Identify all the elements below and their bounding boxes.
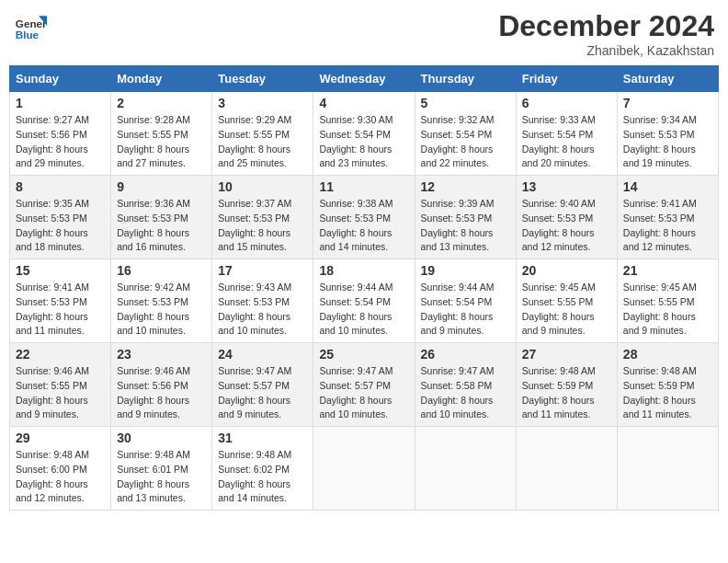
calendar-cell: 6Sunrise: 9:33 AMSunset: 5:54 PMDaylight… [516,92,617,176]
day-info: Sunrise: 9:42 AMSunset: 5:53 PMDaylight:… [117,281,206,339]
day-number: 23 [117,347,206,362]
day-number: 10 [218,179,307,194]
day-info: Sunrise: 9:48 AMSunset: 6:00 PMDaylight:… [16,448,105,506]
svg-text:Blue: Blue [16,29,40,40]
day-info: Sunrise: 9:48 AMSunset: 5:59 PMDaylight:… [623,364,712,422]
logo: General Blue [14,9,47,42]
day-number: 3 [218,96,307,110]
weekday-header: Tuesday [212,66,313,92]
location: Zhanibek, Kazakhstan [498,43,714,58]
day-info: Sunrise: 9:30 AMSunset: 5:54 PMDaylight:… [319,113,408,171]
day-info: Sunrise: 9:48 AMSunset: 6:01 PMDaylight:… [117,448,206,506]
day-number: 30 [117,431,206,445]
calendar-week: 15Sunrise: 9:41 AMSunset: 5:53 PMDayligh… [10,259,719,343]
weekday-header: Monday [111,66,212,92]
weekday-header: Saturday [617,66,718,92]
day-info: Sunrise: 9:45 AMSunset: 5:55 PMDaylight:… [522,281,611,339]
day-number: 16 [117,263,206,278]
day-info: Sunrise: 9:46 AMSunset: 5:56 PMDaylight:… [117,364,206,422]
day-number: 11 [319,179,408,194]
calendar-cell [313,427,415,511]
day-number: 15 [16,263,105,278]
calendar-week: 29Sunrise: 9:48 AMSunset: 6:00 PMDayligh… [10,427,719,511]
day-number: 29 [16,431,105,445]
day-info: Sunrise: 9:38 AMSunset: 5:53 PMDaylight:… [319,197,408,255]
day-info: Sunrise: 9:47 AMSunset: 5:57 PMDaylight:… [218,364,307,422]
day-info: Sunrise: 9:48 AMSunset: 6:02 PMDaylight:… [218,448,307,506]
day-info: Sunrise: 9:46 AMSunset: 5:55 PMDaylight:… [16,364,105,422]
weekday-header: Thursday [415,66,516,92]
day-info: Sunrise: 9:29 AMSunset: 5:55 PMDaylight:… [218,113,307,171]
calendar-cell: 26Sunrise: 9:47 AMSunset: 5:58 PMDayligh… [415,343,516,427]
calendar-cell: 8Sunrise: 9:35 AMSunset: 5:53 PMDaylight… [10,176,111,259]
calendar-cell: 1Sunrise: 9:27 AMSunset: 5:56 PMDaylight… [10,92,111,176]
day-info: Sunrise: 9:44 AMSunset: 5:54 PMDaylight:… [421,281,510,339]
calendar-cell: 23Sunrise: 9:46 AMSunset: 5:56 PMDayligh… [111,343,212,427]
calendar-cell: 18Sunrise: 9:44 AMSunset: 5:54 PMDayligh… [313,259,415,343]
weekday-header: Friday [516,66,617,92]
day-info: Sunrise: 9:32 AMSunset: 5:54 PMDaylight:… [421,113,510,171]
calendar-cell: 5Sunrise: 9:32 AMSunset: 5:54 PMDaylight… [415,92,516,176]
day-number: 6 [522,96,611,110]
day-number: 18 [319,263,408,278]
day-info: Sunrise: 9:36 AMSunset: 5:53 PMDaylight:… [117,197,206,255]
day-number: 17 [218,263,307,278]
calendar-cell: 29Sunrise: 9:48 AMSunset: 6:00 PMDayligh… [10,427,111,511]
calendar-table: SundayMondayTuesdayWednesdayThursdayFrid… [9,65,719,511]
calendar-week: 22Sunrise: 9:46 AMSunset: 5:55 PMDayligh… [10,343,719,427]
header-row: SundayMondayTuesdayWednesdayThursdayFrid… [10,66,719,92]
day-info: Sunrise: 9:37 AMSunset: 5:53 PMDaylight:… [218,197,307,255]
weekday-header: Wednesday [313,66,415,92]
calendar-cell: 7Sunrise: 9:34 AMSunset: 5:53 PMDaylight… [617,92,718,176]
calendar-cell: 13Sunrise: 9:40 AMSunset: 5:53 PMDayligh… [516,176,617,259]
month-title: December 2024 [498,9,714,43]
day-number: 9 [117,179,206,194]
calendar-cell [415,427,516,511]
calendar-cell: 17Sunrise: 9:43 AMSunset: 5:53 PMDayligh… [212,259,313,343]
page-header: General Blue December 2024 Zhanibek, Kaz… [9,9,719,58]
day-info: Sunrise: 9:47 AMSunset: 5:57 PMDaylight:… [319,364,408,422]
calendar-cell: 2Sunrise: 9:28 AMSunset: 5:55 PMDaylight… [111,92,212,176]
day-number: 26 [421,347,510,362]
calendar-cell: 19Sunrise: 9:44 AMSunset: 5:54 PMDayligh… [415,259,516,343]
calendar-cell: 28Sunrise: 9:48 AMSunset: 5:59 PMDayligh… [617,343,718,427]
day-number: 13 [522,179,611,194]
calendar-cell: 4Sunrise: 9:30 AMSunset: 5:54 PMDaylight… [313,92,415,176]
day-info: Sunrise: 9:28 AMSunset: 5:55 PMDaylight:… [117,113,206,171]
day-info: Sunrise: 9:43 AMSunset: 5:53 PMDaylight:… [218,281,307,339]
day-number: 20 [522,263,611,278]
calendar-cell: 31Sunrise: 9:48 AMSunset: 6:02 PMDayligh… [212,427,313,511]
calendar-cell: 16Sunrise: 9:42 AMSunset: 5:53 PMDayligh… [111,259,212,343]
day-info: Sunrise: 9:35 AMSunset: 5:53 PMDaylight:… [16,197,105,255]
day-number: 4 [319,96,408,110]
calendar-cell: 22Sunrise: 9:46 AMSunset: 5:55 PMDayligh… [10,343,111,427]
calendar-cell: 24Sunrise: 9:47 AMSunset: 5:57 PMDayligh… [212,343,313,427]
title-block: December 2024 Zhanibek, Kazakhstan [498,9,714,58]
day-number: 2 [117,96,206,110]
day-info: Sunrise: 9:40 AMSunset: 5:53 PMDaylight:… [522,197,611,255]
calendar-cell: 27Sunrise: 9:48 AMSunset: 5:59 PMDayligh… [516,343,617,427]
day-info: Sunrise: 9:41 AMSunset: 5:53 PMDaylight:… [623,197,712,255]
day-number: 27 [522,347,611,362]
calendar-cell: 14Sunrise: 9:41 AMSunset: 5:53 PMDayligh… [617,176,718,259]
calendar-cell: 15Sunrise: 9:41 AMSunset: 5:53 PMDayligh… [10,259,111,343]
day-number: 28 [623,347,712,362]
day-info: Sunrise: 9:48 AMSunset: 5:59 PMDaylight:… [522,364,611,422]
calendar-cell: 10Sunrise: 9:37 AMSunset: 5:53 PMDayligh… [212,176,313,259]
day-number: 21 [623,263,712,278]
day-number: 25 [319,347,408,362]
day-info: Sunrise: 9:41 AMSunset: 5:53 PMDaylight:… [16,281,105,339]
day-info: Sunrise: 9:45 AMSunset: 5:55 PMDaylight:… [623,281,712,339]
calendar-week: 1Sunrise: 9:27 AMSunset: 5:56 PMDaylight… [10,92,719,176]
calendar-cell: 25Sunrise: 9:47 AMSunset: 5:57 PMDayligh… [313,343,415,427]
calendar-week: 8Sunrise: 9:35 AMSunset: 5:53 PMDaylight… [10,176,719,259]
day-number: 5 [421,96,510,110]
calendar-cell: 21Sunrise: 9:45 AMSunset: 5:55 PMDayligh… [617,259,718,343]
day-number: 7 [623,96,712,110]
day-info: Sunrise: 9:44 AMSunset: 5:54 PMDaylight:… [319,281,408,339]
day-number: 22 [16,347,105,362]
day-info: Sunrise: 9:34 AMSunset: 5:53 PMDaylight:… [623,113,712,171]
day-number: 24 [218,347,307,362]
day-number: 8 [16,179,105,194]
day-info: Sunrise: 9:39 AMSunset: 5:53 PMDaylight:… [421,197,510,255]
